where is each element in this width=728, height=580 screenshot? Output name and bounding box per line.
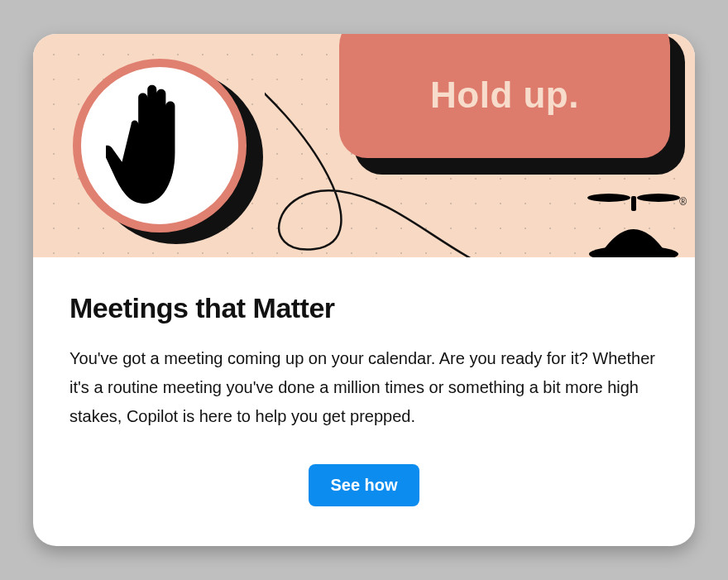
hero-banner-box: Hold up. — [339, 34, 670, 158]
see-how-button[interactable]: See how — [309, 464, 419, 506]
card-body-text: You've got a meeting coming up on your c… — [69, 344, 659, 431]
card-title: Meetings that Matter — [69, 292, 659, 324]
hero-banner-text: Hold up. — [430, 74, 579, 116]
beanie-cap-icon — [584, 188, 683, 257]
svg-point-2 — [637, 194, 680, 202]
hand-stop-icon — [106, 79, 213, 212]
hand-badge-circle — [73, 59, 247, 232]
svg-point-3 — [589, 246, 678, 257]
cta-row: See how — [69, 464, 659, 506]
card-content: Meetings that Matter You've got a meetin… — [33, 257, 695, 546]
svg-rect-0 — [631, 196, 636, 211]
hero-illustration: Hold up. ® — [33, 34, 695, 257]
svg-point-1 — [587, 194, 630, 202]
hand-badge — [73, 59, 255, 241]
registered-mark: ® — [679, 196, 687, 208]
hero-banner: Hold up. — [339, 34, 687, 175]
promo-card: Hold up. ® Meetings that Matter You've g… — [33, 34, 695, 546]
